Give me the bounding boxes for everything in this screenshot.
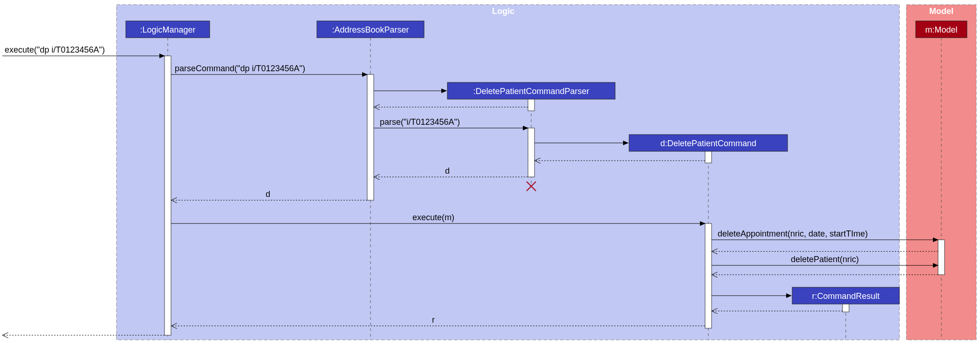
activation-logicmanager: [164, 56, 171, 335]
msg-executem-label: execute(m): [412, 213, 454, 222]
msg-return-d1-label: d: [445, 166, 450, 176]
logic-box: [117, 5, 899, 340]
activation-dpc-2: [705, 223, 712, 328]
participant-cmdresult: r:CommandResult: [792, 287, 899, 304]
msg-execute-label: execute("dp i/T0123456A"): [5, 45, 105, 54]
activation-model: [938, 240, 945, 275]
participant-addressbookparser: :AddressBookParser: [317, 21, 424, 38]
msg-parsecommand-label: parseCommand("dp i/T0123456A"): [175, 64, 305, 73]
msg-return-d2-label: d: [266, 189, 270, 199]
participant-dpc: d:DeletePatientCommand: [629, 135, 788, 151]
msg-return-r-label: r: [432, 315, 435, 325]
activation-abparser: [367, 74, 374, 200]
participant-model: m:Model: [916, 21, 967, 38]
svg-text:m:Model: m:Model: [925, 25, 957, 34]
logic-title: Logic: [492, 7, 514, 16]
sequence-diagram: Logic Model :LogicManager :AddressBookPa…: [0, 0, 980, 345]
svg-text:r:CommandResult: r:CommandResult: [812, 291, 879, 301]
participant-dpcparser: :DeletePatientCommandParser: [447, 82, 615, 99]
svg-text::AddressBookParser: :AddressBookParser: [332, 25, 409, 34]
participant-logicmanager: :LogicManager: [126, 21, 210, 38]
msg-deleteappointment-label: deleteAppointment(nric, date, startTIme): [718, 229, 868, 238]
msg-deletepatient-label: deletePatient(nric): [791, 255, 859, 264]
svg-text:d:DeletePatientCommand: d:DeletePatientCommand: [660, 139, 756, 148]
svg-text::LogicManager: :LogicManager: [140, 25, 195, 34]
activation-dpcparser-2: [528, 128, 535, 177]
msg-parse-label: parse("i/T0123456A"): [380, 117, 460, 127]
model-title: Model: [929, 7, 953, 16]
svg-text::DeletePatientCommandParser: :DeletePatientCommandParser: [473, 87, 589, 96]
